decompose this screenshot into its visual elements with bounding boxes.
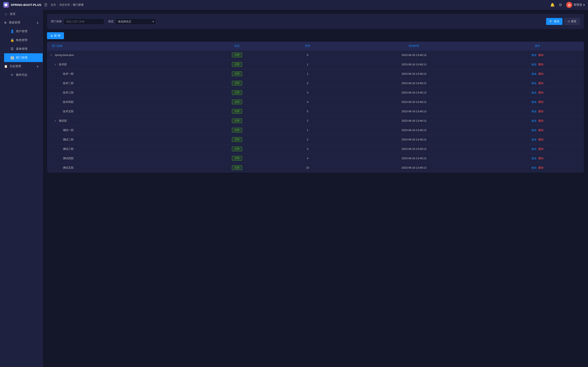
edit-button[interactable]: 修改	[531, 72, 537, 75]
topbar: SPRING-BOOT-PLUS ☰ 首页 / 系统管理 / 部门管理 🔔 ⚙ …	[0, 0, 588, 10]
delete-button[interactable]: 删除	[538, 147, 544, 150]
table-row: 技术一部启用12023-06-18 13:48:13修改删除	[47, 69, 584, 79]
add-time-cell: 2023-06-18 13:48:13	[337, 116, 491, 125]
delete-button[interactable]: 删除	[538, 82, 544, 85]
delete-button[interactable]: 删除	[538, 157, 544, 160]
edit-button[interactable]: 修改	[531, 129, 537, 132]
menus-icon: ☰	[10, 47, 14, 51]
dept-name-cell: ∨测试部	[47, 116, 196, 125]
breadcrumb-current: 部门管理	[73, 3, 84, 7]
status-label: 状态	[108, 20, 114, 23]
dept-name-text: 技术三部	[63, 91, 74, 94]
edit-button[interactable]: 修改	[531, 166, 537, 169]
breadcrumb-system[interactable]: 系统管理	[59, 3, 70, 7]
sidebar-item-users[interactable]: 👤 用户管理	[4, 27, 43, 36]
dept-name-cell: 技术四部	[47, 97, 196, 107]
tree-toggle-icon[interactable]: ∨	[54, 119, 58, 122]
action-cell: 修改删除	[491, 125, 584, 135]
add-time-cell: 2023-06-18 13:48:13	[337, 69, 491, 79]
search-button[interactable]: 🔍 查询	[546, 18, 562, 25]
edit-button[interactable]: 修改	[531, 82, 537, 85]
delete-button[interactable]: 删除	[538, 72, 544, 75]
dept-name-cell: 技术一部	[47, 69, 196, 79]
tree-toggle-icon[interactable]: ∨	[50, 54, 53, 57]
dept-table-container: 部门名称 状态 排序 添加时间 操作 ∨spring-boot-plus启用02…	[47, 42, 584, 173]
dept-name-cell: ∨spring-boot-plus	[47, 50, 196, 60]
sidebar-item-oplogs[interactable]: ≡ 操作日志	[4, 71, 43, 79]
table-row: 技术四部启用42023-06-18 13:48:13修改删除	[47, 97, 584, 107]
user-chevron-icon: ▾	[583, 3, 585, 7]
delete-button[interactable]: 删除	[538, 119, 544, 122]
sidebar-group-system[interactable]: ⚙ 系统管理 ∧	[0, 18, 43, 27]
delete-button[interactable]: 删除	[538, 138, 544, 141]
edit-button[interactable]: 修改	[531, 110, 537, 113]
edit-button[interactable]: 修改	[531, 138, 537, 141]
system-icon: ⚙	[4, 21, 7, 24]
menu-toggle-button[interactable]: ☰	[44, 3, 47, 7]
edit-button[interactable]: 修改	[531, 91, 537, 94]
order-cell: 1	[278, 69, 337, 79]
dept-name-input[interactable]	[63, 18, 104, 25]
sidebar-home-label: 首页	[10, 12, 16, 16]
status-cell: 启用	[196, 116, 278, 125]
table-row: 测试一部启用12023-06-18 13:48:13修改删除	[47, 125, 584, 135]
col-add-time: 添加时间	[337, 42, 491, 50]
sidebar-item-roles[interactable]: 🔒 角色管理	[4, 36, 43, 44]
search-btn-label: 查询	[554, 20, 559, 23]
sidebar-item-home[interactable]: ⌂ 首页	[0, 10, 43, 18]
dept-name-text: 技术部	[59, 63, 67, 66]
dept-name-cell: 技术二部	[47, 79, 196, 88]
delete-button[interactable]: 删除	[538, 63, 544, 66]
add-btn-label: 新 增	[54, 34, 60, 38]
app-logo: SPRING-BOOT-PLUS	[3, 2, 44, 8]
tree-toggle-icon[interactable]: ∨	[54, 63, 58, 66]
delete-button[interactable]: 删除	[538, 129, 544, 132]
edit-button[interactable]: 修改	[531, 100, 537, 103]
dept-table: 部门名称 状态 排序 添加时间 操作 ∨spring-boot-plus启用02…	[47, 42, 584, 173]
delete-button[interactable]: 删除	[538, 100, 544, 103]
delete-button[interactable]: 删除	[538, 110, 544, 113]
action-cell: 修改删除	[491, 135, 584, 144]
delete-button[interactable]: 删除	[538, 53, 544, 57]
order-cell: 2	[278, 79, 337, 88]
status-cell: 启用	[196, 154, 278, 163]
table-header: 部门名称 状态 排序 添加时间 操作	[47, 42, 584, 50]
dept-name-text: 技术五部	[63, 110, 74, 113]
status-badge: 启用	[232, 62, 242, 67]
edit-button[interactable]: 修改	[531, 147, 537, 150]
dept-name-cell: 技术三部	[47, 88, 196, 97]
notification-icon[interactable]: 🔔	[550, 3, 555, 7]
status-badge: 启用	[232, 137, 242, 142]
delete-button[interactable]: 删除	[538, 166, 544, 169]
dept-name-cell: 测试三部	[47, 144, 196, 154]
table-row: ∨spring-boot-plus启用02023-06-18 13:48:13修…	[47, 50, 584, 60]
dept-name-text: 测试二部	[63, 138, 74, 142]
action-cell: 修改删除	[491, 69, 584, 79]
status-cell: 启用	[196, 163, 278, 173]
sidebar-group-logs[interactable]: 📋 日志管理 ∧	[0, 62, 43, 71]
breadcrumb-sep-1: /	[57, 3, 58, 6]
settings-icon[interactable]: ⚙	[559, 3, 562, 7]
delete-button[interactable]: 删除	[538, 91, 544, 94]
table-row: 技术三部启用32023-06-18 13:48:13修改删除	[47, 88, 584, 97]
edit-button[interactable]: 修改	[531, 53, 537, 57]
edit-button[interactable]: 修改	[531, 63, 537, 66]
reset-icon: ↺	[568, 20, 570, 23]
sidebar-item-depts[interactable]: 🏢 部门管理	[4, 53, 43, 62]
reset-button[interactable]: ↺ 重置	[564, 18, 580, 25]
filter-row: 部门名称 状态 请选择状态 启用 禁用 🔍	[51, 18, 580, 25]
breadcrumb-home[interactable]: 首页	[51, 3, 56, 7]
add-dept-button[interactable]: ⊕ 新 增	[47, 32, 64, 39]
user-menu[interactable]: ⏻ 管理员 ▾	[566, 2, 585, 8]
col-status: 状态	[196, 42, 278, 50]
sidebar-item-menus[interactable]: ☰ 菜单管理	[4, 44, 43, 53]
status-select[interactable]: 请选择状态 启用 禁用	[115, 18, 156, 25]
dept-name-text: 测试部	[59, 119, 67, 123]
edit-button[interactable]: 修改	[531, 119, 537, 122]
order-cell: 1	[278, 125, 337, 135]
edit-button[interactable]: 修改	[531, 157, 537, 160]
table-row: 技术二部启用22023-06-18 13:48:13修改删除	[47, 79, 584, 88]
status-badge: 启用	[232, 109, 242, 114]
home-icon: ⌂	[4, 12, 8, 16]
dept-name-filter-group: 部门名称	[51, 18, 104, 25]
